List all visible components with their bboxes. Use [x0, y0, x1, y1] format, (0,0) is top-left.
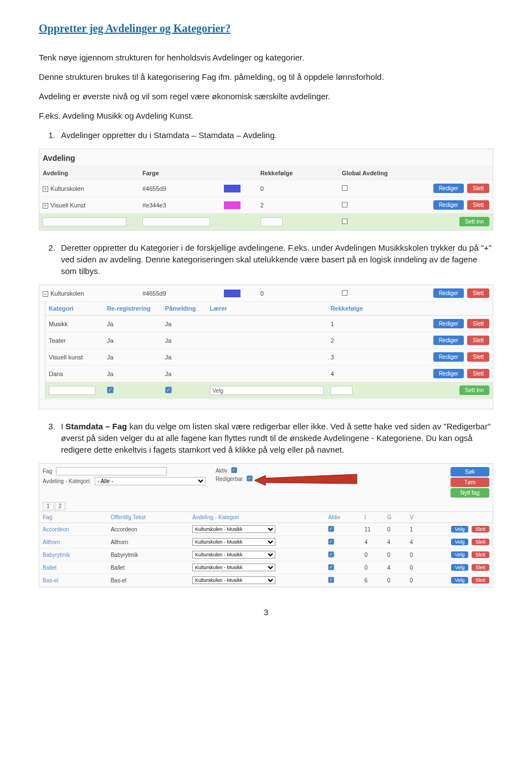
- val-i: 0: [361, 561, 384, 574]
- velg-button[interactable]: Velg: [451, 526, 469, 532]
- velg-button[interactable]: Velg: [451, 551, 469, 558]
- col-avdeling: Avdeling: [39, 166, 139, 180]
- rediger-button[interactable]: Rediger: [433, 352, 464, 362]
- rediger-button[interactable]: Rediger: [433, 369, 464, 378]
- aktiv-checkbox[interactable]: [231, 467, 237, 473]
- fag-link[interactable]: Accordeon: [39, 523, 108, 536]
- new-reregist-checkbox[interactable]: [107, 387, 114, 393]
- table-row: Teater Ja Ja 2 Rediger Slett: [45, 332, 493, 349]
- global-checkbox[interactable]: [342, 202, 347, 207]
- avdkat-select[interactable]: Kulturskolen - Musikk: [192, 576, 275, 584]
- new-avdeling-input[interactable]: [43, 217, 126, 226]
- col-fag[interactable]: Fag: [39, 512, 108, 523]
- val-i: 6: [361, 574, 384, 587]
- color-swatch: [224, 201, 241, 209]
- slett-button[interactable]: Slett: [472, 551, 489, 558]
- page-number: 3: [39, 607, 493, 617]
- slett-button[interactable]: Slett: [472, 526, 489, 532]
- fag-link[interactable]: Babyrytmik: [39, 549, 108, 561]
- aktiv-checkbox[interactable]: [328, 564, 334, 570]
- col-v[interactable]: V: [407, 512, 429, 523]
- new-kategori-input[interactable]: [49, 386, 95, 395]
- screenshot-avdeling: Avdeling Avdeling Farge Rekkefølge Globa…: [39, 149, 493, 231]
- new-order-input[interactable]: [330, 386, 352, 395]
- paragraph-1: Tenk nøye igjennom strukturen for henhol…: [39, 52, 493, 63]
- avdeling-select[interactable]: - Alle -: [95, 477, 206, 485]
- rediger-button[interactable]: Rediger: [433, 319, 464, 328]
- nytt-fag-button[interactable]: Nytt fag: [451, 488, 489, 498]
- col-farge: Farge: [139, 166, 221, 180]
- laerer-select[interactable]: Velg: [210, 386, 324, 395]
- rediger-button[interactable]: Rediger: [433, 288, 464, 298]
- avdeling-heading: Avdeling: [39, 149, 493, 166]
- col-i[interactable]: I: [361, 512, 384, 523]
- slett-button[interactable]: Slett: [472, 539, 489, 545]
- rediger-button[interactable]: Rediger: [433, 336, 464, 345]
- velg-button[interactable]: Velg: [451, 539, 469, 545]
- slett-button[interactable]: Slett: [467, 319, 489, 328]
- aktiv-checkbox[interactable]: [328, 539, 334, 545]
- aktiv-checkbox[interactable]: [328, 551, 334, 557]
- slett-button[interactable]: Slett: [467, 336, 489, 345]
- sok-button[interactable]: Søk: [451, 467, 489, 476]
- page-2[interactable]: 2: [55, 502, 66, 510]
- cat-name: Musikk: [45, 316, 104, 332]
- global-checkbox[interactable]: [342, 185, 347, 191]
- table-row: Althorn Althorn Kulturskolen - Musikk 4 …: [39, 536, 493, 549]
- arrow-icon: [254, 473, 360, 490]
- col-avdkat[interactable]: Avdeling - Kategori: [189, 512, 325, 523]
- redigerbar-checkbox[interactable]: [247, 475, 253, 481]
- slett-button[interactable]: Slett: [472, 564, 489, 571]
- table-row: Dans Ja Ja 4 Rediger Slett: [45, 366, 493, 382]
- fag-link[interactable]: Althorn: [39, 536, 108, 549]
- velg-button[interactable]: Velg: [451, 564, 469, 571]
- slett-button[interactable]: Slett: [467, 288, 489, 298]
- aktiv-checkbox[interactable]: [328, 577, 334, 583]
- rediger-button[interactable]: Rediger: [433, 184, 464, 193]
- fag-link[interactable]: Ballet: [39, 561, 108, 574]
- col-swatch: [221, 166, 257, 180]
- col-g[interactable]: G: [384, 512, 407, 523]
- expand-icon[interactable]: +: [43, 203, 48, 209]
- new-global-checkbox[interactable]: [342, 219, 347, 224]
- paragraph-4: F.eks. Avdeling Musikk og Avdeling Kunst…: [39, 110, 493, 121]
- slett-button[interactable]: Slett: [467, 369, 489, 378]
- new-pamelding-checkbox[interactable]: [165, 387, 172, 393]
- val-g: 4: [384, 561, 407, 574]
- cat-name: Dans: [45, 366, 104, 382]
- color-swatch: [224, 290, 241, 297]
- table-row: Visuell kunst Ja Ja 3 Rediger Slett: [45, 349, 493, 366]
- page-1[interactable]: 1: [43, 502, 54, 510]
- cat-order: 1: [327, 316, 394, 332]
- tom-button[interactable]: Tøm: [451, 478, 489, 487]
- slett-button[interactable]: Slett: [467, 352, 489, 362]
- global-checkbox[interactable]: [342, 290, 347, 296]
- fag-input[interactable]: [56, 467, 167, 475]
- avdeling-expanded-row: −Kulturskolen #4655d9 0 Rediger Slett: [39, 285, 493, 302]
- rediger-button[interactable]: Rediger: [433, 200, 464, 210]
- fag-label: Fag: [43, 468, 52, 474]
- fag-link[interactable]: Bas-el: [39, 574, 108, 587]
- val-i: 4: [361, 536, 384, 549]
- avdkat-select[interactable]: Kulturskolen - Musikk: [192, 564, 275, 571]
- row-order: 0: [257, 285, 339, 302]
- avdkat-select[interactable]: Kulturskolen - Musikk: [192, 551, 275, 559]
- val-v: 0: [407, 549, 429, 561]
- avdkat-select[interactable]: Kulturskolen - Musikk: [192, 525, 275, 533]
- col-offentlig[interactable]: Offentlig Tekst: [108, 512, 189, 523]
- velg-button[interactable]: Velg: [451, 577, 469, 584]
- slett-button[interactable]: Slett: [467, 200, 489, 210]
- aktiv-checkbox[interactable]: [328, 526, 334, 532]
- new-order-input[interactable]: [260, 217, 283, 226]
- slett-button[interactable]: Slett: [472, 577, 489, 584]
- avdkat-select[interactable]: Kulturskolen - Musikk: [192, 538, 275, 546]
- new-farge-input[interactable]: [142, 217, 210, 226]
- col-aktiv[interactable]: Aktiv: [325, 512, 361, 523]
- val-v: 4: [407, 536, 429, 549]
- sett-inn-button[interactable]: Sett inn: [459, 217, 489, 226]
- collapse-icon[interactable]: −: [43, 291, 48, 297]
- slett-button[interactable]: Slett: [467, 184, 489, 193]
- color-swatch: [224, 185, 241, 192]
- sett-inn-button[interactable]: Sett inn: [459, 386, 489, 395]
- expand-icon[interactable]: +: [43, 186, 48, 192]
